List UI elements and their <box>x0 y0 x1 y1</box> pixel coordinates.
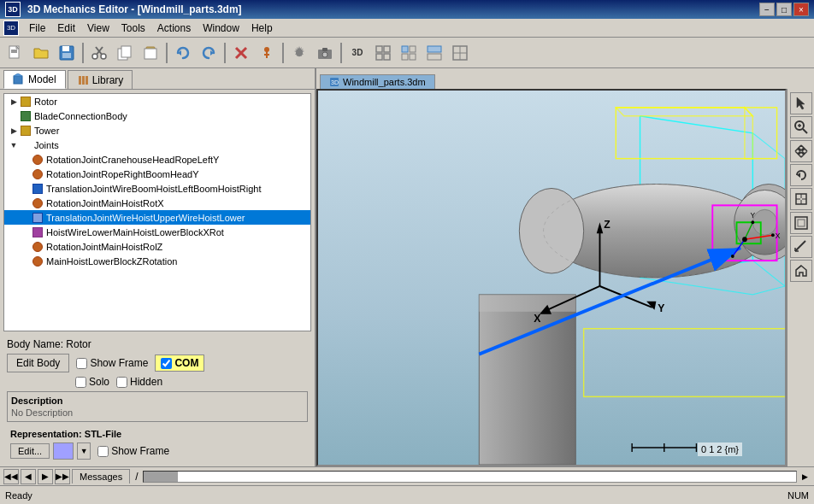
svg-rect-43 <box>86 76 88 85</box>
tab-library[interactable]: Library <box>68 70 133 89</box>
tree-item-joint2[interactable]: RotationJointRopeRightBoomHeadY <box>4 167 310 181</box>
menu-edit[interactable]: Edit <box>52 21 80 36</box>
toolbar-redo[interactable] <box>197 41 221 65</box>
svg-point-20 <box>264 47 269 52</box>
hidden-checkbox[interactable] <box>116 377 127 388</box>
hidden-label[interactable]: Hidden <box>116 376 162 388</box>
color-picker[interactable] <box>53 442 74 460</box>
right-toolbar-select[interactable] <box>790 92 812 114</box>
toolbar-cut[interactable] <box>87 41 111 65</box>
toolbar-copy[interactable] <box>113 41 137 65</box>
nav-first[interactable]: ◀◀ <box>3 469 19 484</box>
toolbar-settings[interactable] <box>287 41 311 65</box>
right-toolbar-rotate[interactable] <box>790 164 812 186</box>
svg-rect-27 <box>384 46 390 52</box>
show-frame-rep-label[interactable]: Show Frame <box>97 445 169 457</box>
toolbar-new[interactable] <box>3 41 27 65</box>
toolbar-pin[interactable] <box>255 41 279 65</box>
icon-j8 <box>32 255 44 267</box>
color-dropdown[interactable]: ▼ <box>77 442 91 460</box>
right-toolbar-pan[interactable] <box>790 140 812 162</box>
toolbar-open[interactable] <box>29 41 53 65</box>
viewport[interactable]: Z X Y <box>316 89 787 466</box>
label-j4: RotationJointMainHoistRotX <box>46 198 164 208</box>
svg-rect-39 <box>14 76 22 84</box>
toolbar-camera[interactable] <box>313 41 337 65</box>
menu-window[interactable]: Window <box>198 21 245 36</box>
tree-item-joint3[interactable]: TranslationJointWireBoomHoistLeftBoomHoi… <box>4 181 310 196</box>
expand-rotor[interactable]: ▶ <box>8 96 20 108</box>
show-frame-label[interactable]: Show Frame <box>76 357 148 369</box>
close-button[interactable]: × <box>793 3 809 16</box>
toolbar-save[interactable] <box>55 41 79 65</box>
svg-line-97 <box>795 241 805 251</box>
nav-right-arrow[interactable]: ▶ <box>799 471 811 483</box>
menu-file[interactable]: File <box>24 21 50 36</box>
menu-view[interactable]: View <box>82 21 115 36</box>
tree-item-joint8[interactable]: MainHoistLowerBlockZRotation <box>4 254 310 268</box>
minimize-button[interactable]: − <box>759 3 775 16</box>
expand-j3 <box>20 183 32 195</box>
svg-point-9 <box>92 54 97 59</box>
toolbar-3d[interactable]: 3D <box>345 41 369 65</box>
right-toolbar <box>787 89 814 466</box>
tree-view[interactable]: ▶ Rotor BladeConnectionBody ▶ Tower ▼ Jo… <box>3 93 311 331</box>
menu-tools[interactable]: Tools <box>116 21 150 36</box>
maximize-button[interactable]: □ <box>776 3 792 16</box>
right-toolbar-extents[interactable] <box>790 212 812 234</box>
tree-item-joint4[interactable]: RotationJointMainHoistRotX <box>4 196 310 210</box>
nav-play[interactable]: ▶ <box>38 469 53 484</box>
title-bar-controls: − □ × <box>759 3 809 16</box>
toolbar-delete[interactable] <box>229 41 253 65</box>
svg-text:3D: 3D <box>331 79 339 85</box>
svg-rect-14 <box>145 49 156 59</box>
edit-body-button[interactable]: Edit Body <box>7 354 69 372</box>
show-frame-rep-checkbox[interactable] <box>97 446 109 457</box>
solo-checkbox[interactable] <box>75 377 86 388</box>
right-toolbar-fit[interactable] <box>790 188 812 210</box>
tree-item-rotor[interactable]: ▶ Rotor <box>4 94 310 108</box>
expand-j5 <box>20 212 32 224</box>
label-j3: TranslationJointWireBoomHoistLeftBoomHoi… <box>46 184 261 194</box>
expand-j4 <box>20 197 32 209</box>
show-frame-checkbox[interactable] <box>76 358 87 369</box>
nav-thumb[interactable] <box>144 472 178 482</box>
label-tower: Tower <box>34 126 59 136</box>
icon-j2 <box>32 168 44 180</box>
com-box[interactable]: COM <box>155 355 204 372</box>
tree-item-joint6[interactable]: HoistWireLowerMainHoistLowerBlockXRot <box>4 225 310 239</box>
tree-item-tower[interactable]: ▶ Tower <box>4 123 310 138</box>
bottom-panel: Body Name: Rotor Edit Body Show Frame CO… <box>0 335 315 466</box>
label-j1: RotationJointCranehouseHeadRopeLeftY <box>46 155 219 165</box>
tree-item-joints[interactable]: ▼ Joints <box>4 138 310 152</box>
right-toolbar-zoom[interactable] <box>790 116 812 138</box>
nav-prev[interactable]: ◀ <box>21 469 36 484</box>
menu-actions[interactable]: Actions <box>152 21 196 36</box>
body-controls: Edit Body Show Frame COM <box>7 354 308 372</box>
solo-label[interactable]: Solo <box>75 376 109 388</box>
com-checkbox[interactable] <box>161 358 172 369</box>
tree-item-blade[interactable]: BladeConnectionBody <box>4 108 310 123</box>
toolbar-grid3[interactable] <box>422 41 446 65</box>
menu-help[interactable]: Help <box>246 21 278 36</box>
toolbar-grid1[interactable] <box>371 41 395 65</box>
toolbar-grid2[interactable] <box>397 41 421 65</box>
tree-item-joint1[interactable]: RotationJointCranehouseHeadRopeLeftY <box>4 152 310 167</box>
nav-last[interactable]: ▶▶ <box>55 469 70 484</box>
right-toolbar-home[interactable] <box>790 260 812 282</box>
svg-text:Z: Z <box>604 219 610 231</box>
expand-tower[interactable]: ▶ <box>8 125 20 137</box>
messages-tab[interactable]: Messages <box>72 469 130 483</box>
toolbar-paste[interactable] <box>139 41 162 65</box>
tree-item-joint7[interactable]: RotationJointMainHoistRolZ <box>4 239 310 254</box>
right-toolbar-measure[interactable] <box>790 236 812 258</box>
status-bar: Ready NUM <box>0 485 814 504</box>
toolbar-undo[interactable] <box>171 41 195 65</box>
representation-edit-button[interactable]: Edit... <box>10 443 50 459</box>
nav-track[interactable] <box>143 471 797 483</box>
expand-joints[interactable]: ▼ <box>8 139 20 151</box>
toolbar-grid4[interactable] <box>448 41 472 65</box>
view-tab-windmill[interactable]: 3D Windmill_parts.3dm <box>320 74 435 89</box>
tab-model[interactable]: Model <box>3 70 66 89</box>
tree-item-joint5[interactable]: TranslationJointWireHoistUpperWireHoistL… <box>4 210 310 225</box>
